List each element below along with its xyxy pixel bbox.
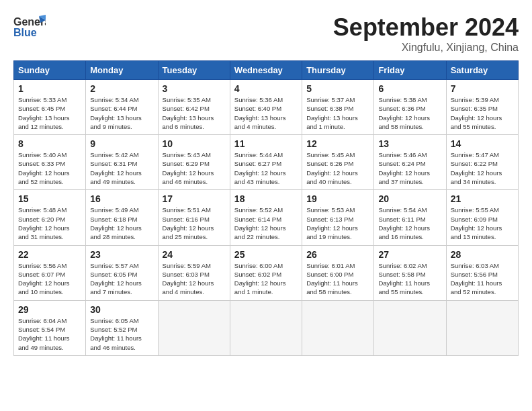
day-number: 10 bbox=[163, 138, 226, 149]
day-number: 27 bbox=[378, 249, 441, 260]
day-number: 9 bbox=[90, 138, 153, 149]
calendar-cell: 26Sunrise: 6:01 AM Sunset: 6:00 PM Dayli… bbox=[302, 245, 374, 300]
svg-text:Blue: Blue bbox=[13, 27, 37, 38]
calendar-week-4: 22Sunrise: 5:56 AM Sunset: 6:07 PM Dayli… bbox=[14, 245, 519, 300]
day-info: Sunrise: 5:45 AM Sunset: 6:26 PM Dayligh… bbox=[306, 150, 369, 186]
day-info: Sunrise: 5:36 AM Sunset: 6:40 PM Dayligh… bbox=[234, 95, 298, 131]
day-info: Sunrise: 5:53 AM Sunset: 6:13 PM Dayligh… bbox=[306, 205, 369, 241]
calendar-cell: 29Sunrise: 6:04 AM Sunset: 5:54 PM Dayli… bbox=[14, 300, 86, 355]
calendar-cell bbox=[302, 300, 374, 355]
weekday-sunday: Sunday bbox=[14, 61, 86, 80]
day-info: Sunrise: 5:55 AM Sunset: 6:09 PM Dayligh… bbox=[451, 205, 514, 241]
calendar-cell: 15Sunrise: 5:48 AM Sunset: 6:20 PM Dayli… bbox=[14, 190, 86, 245]
day-info: Sunrise: 5:49 AM Sunset: 6:18 PM Dayligh… bbox=[90, 205, 153, 241]
calendar-body: 1Sunrise: 5:33 AM Sunset: 6:45 PM Daylig… bbox=[14, 80, 519, 356]
calendar-cell: 3Sunrise: 5:35 AM Sunset: 6:42 PM Daylig… bbox=[158, 80, 230, 135]
weekday-saturday: Saturday bbox=[446, 61, 518, 80]
weekday-monday: Monday bbox=[86, 61, 158, 80]
day-info: Sunrise: 5:59 AM Sunset: 6:03 PM Dayligh… bbox=[163, 261, 226, 297]
day-info: Sunrise: 5:46 AM Sunset: 6:24 PM Dayligh… bbox=[378, 150, 441, 186]
day-info: Sunrise: 5:54 AM Sunset: 6:11 PM Dayligh… bbox=[378, 205, 441, 241]
day-number: 24 bbox=[163, 249, 226, 260]
calendar-cell: 27Sunrise: 6:02 AM Sunset: 5:58 PM Dayli… bbox=[374, 245, 446, 300]
day-info: Sunrise: 5:56 AM Sunset: 6:07 PM Dayligh… bbox=[18, 261, 81, 297]
calendar-cell: 24Sunrise: 5:59 AM Sunset: 6:03 PM Dayli… bbox=[158, 245, 230, 300]
calendar-cell: 13Sunrise: 5:46 AM Sunset: 6:24 PM Dayli… bbox=[374, 135, 446, 190]
calendar-cell: 11Sunrise: 5:44 AM Sunset: 6:27 PM Dayli… bbox=[230, 135, 302, 190]
day-number: 21 bbox=[451, 193, 514, 204]
calendar-cell: 4Sunrise: 5:36 AM Sunset: 6:40 PM Daylig… bbox=[230, 80, 302, 135]
day-info: Sunrise: 5:39 AM Sunset: 6:35 PM Dayligh… bbox=[451, 95, 514, 131]
day-number: 29 bbox=[18, 304, 81, 315]
calendar-cell: 19Sunrise: 5:53 AM Sunset: 6:13 PM Dayli… bbox=[302, 190, 374, 245]
calendar-week-1: 1Sunrise: 5:33 AM Sunset: 6:45 PM Daylig… bbox=[14, 80, 519, 135]
day-number: 6 bbox=[378, 83, 441, 94]
title-section: September 2024 Xingfulu, Xinjiang, China bbox=[333, 13, 519, 54]
calendar-week-5: 29Sunrise: 6:04 AM Sunset: 5:54 PM Dayli… bbox=[14, 300, 519, 355]
day-info: Sunrise: 5:52 AM Sunset: 6:14 PM Dayligh… bbox=[234, 205, 298, 241]
day-info: Sunrise: 5:44 AM Sunset: 6:27 PM Dayligh… bbox=[234, 150, 298, 186]
day-number: 28 bbox=[451, 249, 514, 260]
weekday-header-row: SundayMondayTuesdayWednesdayThursdayFrid… bbox=[14, 61, 519, 80]
day-number: 19 bbox=[306, 193, 369, 204]
calendar-cell: 25Sunrise: 6:00 AM Sunset: 6:02 PM Dayli… bbox=[230, 245, 302, 300]
calendar-cell bbox=[158, 300, 230, 355]
calendar-cell: 5Sunrise: 5:37 AM Sunset: 6:38 PM Daylig… bbox=[302, 80, 374, 135]
weekday-wednesday: Wednesday bbox=[230, 61, 302, 80]
day-number: 13 bbox=[378, 138, 441, 149]
day-number: 22 bbox=[18, 249, 81, 260]
day-info: Sunrise: 5:43 AM Sunset: 6:29 PM Dayligh… bbox=[163, 150, 226, 186]
calendar-week-3: 15Sunrise: 5:48 AM Sunset: 6:20 PM Dayli… bbox=[14, 190, 519, 245]
day-number: 26 bbox=[306, 249, 369, 260]
calendar-cell: 20Sunrise: 5:54 AM Sunset: 6:11 PM Dayli… bbox=[374, 190, 446, 245]
month-title: September 2024 bbox=[333, 13, 519, 42]
calendar-cell: 2Sunrise: 5:34 AM Sunset: 6:44 PM Daylig… bbox=[86, 80, 158, 135]
day-info: Sunrise: 6:05 AM Sunset: 5:52 PM Dayligh… bbox=[90, 316, 153, 352]
day-number: 23 bbox=[90, 249, 153, 260]
weekday-friday: Friday bbox=[374, 61, 446, 80]
calendar-cell: 1Sunrise: 5:33 AM Sunset: 6:45 PM Daylig… bbox=[14, 80, 86, 135]
day-number: 5 bbox=[306, 83, 369, 94]
day-number: 15 bbox=[18, 193, 81, 204]
day-number: 14 bbox=[451, 138, 514, 149]
day-number: 1 bbox=[18, 83, 81, 94]
calendar-cell: 12Sunrise: 5:45 AM Sunset: 6:26 PM Dayli… bbox=[302, 135, 374, 190]
day-info: Sunrise: 5:51 AM Sunset: 6:16 PM Dayligh… bbox=[163, 205, 226, 241]
calendar-cell: 6Sunrise: 5:38 AM Sunset: 6:36 PM Daylig… bbox=[374, 80, 446, 135]
calendar-cell: 9Sunrise: 5:42 AM Sunset: 6:31 PM Daylig… bbox=[86, 135, 158, 190]
weekday-thursday: Thursday bbox=[302, 61, 374, 80]
day-number: 3 bbox=[163, 83, 226, 94]
weekday-tuesday: Tuesday bbox=[158, 61, 230, 80]
day-info: Sunrise: 5:37 AM Sunset: 6:38 PM Dayligh… bbox=[306, 95, 369, 131]
day-number: 16 bbox=[90, 193, 153, 204]
day-info: Sunrise: 5:57 AM Sunset: 6:05 PM Dayligh… bbox=[90, 261, 153, 297]
calendar-cell: 10Sunrise: 5:43 AM Sunset: 6:29 PM Dayli… bbox=[158, 135, 230, 190]
day-info: Sunrise: 6:00 AM Sunset: 6:02 PM Dayligh… bbox=[234, 261, 298, 297]
day-info: Sunrise: 6:02 AM Sunset: 5:58 PM Dayligh… bbox=[378, 261, 441, 297]
calendar-cell bbox=[230, 300, 302, 355]
day-info: Sunrise: 6:03 AM Sunset: 5:56 PM Dayligh… bbox=[451, 261, 514, 297]
day-info: Sunrise: 5:35 AM Sunset: 6:42 PM Dayligh… bbox=[163, 95, 226, 131]
calendar-cell: 21Sunrise: 5:55 AM Sunset: 6:09 PM Dayli… bbox=[446, 190, 518, 245]
day-info: Sunrise: 5:33 AM Sunset: 6:45 PM Dayligh… bbox=[18, 95, 81, 131]
location-title: Xingfulu, Xinjiang, China bbox=[333, 42, 519, 54]
calendar-cell: 14Sunrise: 5:47 AM Sunset: 6:22 PM Dayli… bbox=[446, 135, 518, 190]
day-number: 20 bbox=[378, 193, 441, 204]
day-info: Sunrise: 5:42 AM Sunset: 6:31 PM Dayligh… bbox=[90, 150, 153, 186]
day-info: Sunrise: 5:34 AM Sunset: 6:44 PM Dayligh… bbox=[90, 95, 153, 131]
page-header: General Blue September 2024 Xingfulu, Xi… bbox=[13, 13, 519, 54]
calendar-cell: 22Sunrise: 5:56 AM Sunset: 6:07 PM Dayli… bbox=[14, 245, 86, 300]
calendar-cell: 17Sunrise: 5:51 AM Sunset: 6:16 PM Dayli… bbox=[158, 190, 230, 245]
calendar-cell: 28Sunrise: 6:03 AM Sunset: 5:56 PM Dayli… bbox=[446, 245, 518, 300]
calendar-cell: 16Sunrise: 5:49 AM Sunset: 6:18 PM Dayli… bbox=[86, 190, 158, 245]
day-number: 25 bbox=[234, 249, 298, 260]
day-number: 30 bbox=[90, 304, 153, 315]
calendar-cell: 8Sunrise: 5:40 AM Sunset: 6:33 PM Daylig… bbox=[14, 135, 86, 190]
day-info: Sunrise: 6:01 AM Sunset: 6:00 PM Dayligh… bbox=[306, 261, 369, 297]
day-number: 8 bbox=[18, 138, 81, 149]
day-info: Sunrise: 6:04 AM Sunset: 5:54 PM Dayligh… bbox=[18, 316, 81, 352]
day-info: Sunrise: 5:38 AM Sunset: 6:36 PM Dayligh… bbox=[378, 95, 441, 131]
calendar-cell bbox=[446, 300, 518, 355]
day-number: 12 bbox=[306, 138, 369, 149]
day-number: 2 bbox=[90, 83, 153, 94]
